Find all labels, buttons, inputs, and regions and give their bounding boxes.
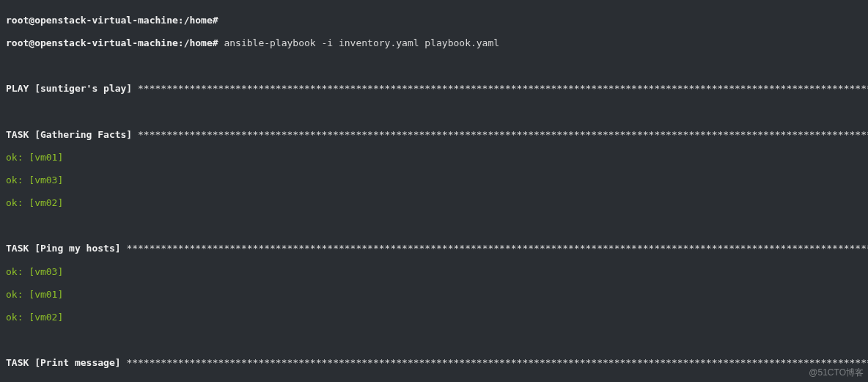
stars: ****************************************… [138, 129, 868, 140]
task-header: TASK [Ping my hosts] [6, 243, 126, 254]
ok-line: ok: [vm01] [6, 152, 862, 164]
ok-line: ok: [vm02] [6, 197, 862, 209]
ok-line: ok: [vm01] [6, 289, 862, 301]
terminal-output[interactable]: root@openstack-virtual-machine:/home# ro… [0, 0, 868, 382]
prompt: root@openstack-virtual-machine:/home# [6, 15, 218, 26]
task-header: TASK [Gathering Facts] [6, 129, 138, 140]
task-header: TASK [Print message] [6, 357, 126, 368]
ok-line: ok: [vm03] [6, 175, 862, 186]
stars: ****************************************… [138, 83, 868, 94]
command-text: ansible-playbook -i inventory.yaml playb… [224, 37, 499, 48]
play-header: PLAY [suntiger's play] [6, 83, 138, 94]
stars: ****************************************… [126, 357, 868, 368]
stars: ****************************************… [126, 243, 868, 254]
watermark: @51CTO博客 [809, 367, 864, 378]
ok-line: ok: [vm02] [6, 312, 862, 323]
prompt: root@openstack-virtual-machine:/home# [6, 37, 218, 48]
ok-line: ok: [vm03] [6, 266, 862, 278]
